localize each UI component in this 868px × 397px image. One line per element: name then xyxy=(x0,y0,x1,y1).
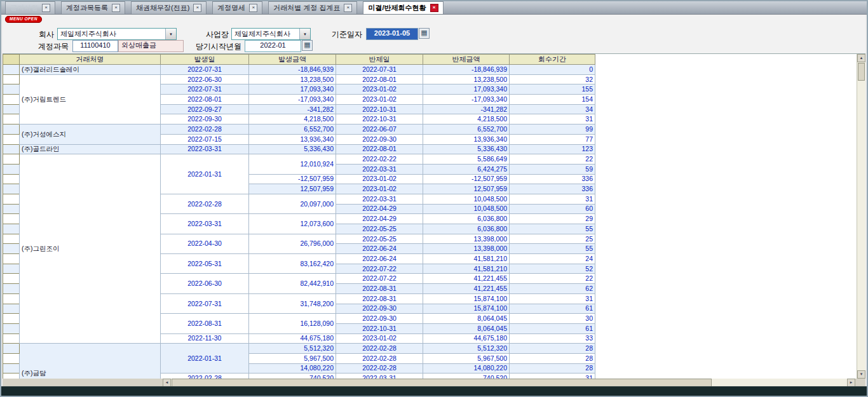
occur-amount-cell[interactable]: -17,093,340 xyxy=(249,95,336,105)
settle-date-cell[interactable]: 2022-07-22 xyxy=(336,274,423,284)
row-selector[interactable] xyxy=(3,65,20,75)
settle-amount-cell[interactable]: 5,586,649 xyxy=(423,154,510,165)
collection-days-cell[interactable]: 77 xyxy=(510,134,595,144)
collection-days-cell[interactable]: 336 xyxy=(510,184,595,194)
company-select[interactable]: 제일제지주식회사 ▼ xyxy=(57,28,177,40)
customer-cell[interactable]: (주)골드라인 xyxy=(20,144,161,154)
settle-amount-cell[interactable]: 6,036,800 xyxy=(423,224,510,234)
collection-days-cell[interactable]: 60 xyxy=(510,204,595,214)
row-selector[interactable] xyxy=(3,244,20,254)
row-selector[interactable] xyxy=(3,234,20,244)
settle-amount-cell[interactable]: 5,967,500 xyxy=(423,353,510,363)
tab-6[interactable]: 미결/반제회수현황× xyxy=(363,1,443,14)
occur-date-cell[interactable]: 2022-07-31 xyxy=(161,84,249,95)
vertical-scroll-thumb[interactable] xyxy=(858,63,865,81)
collection-days-cell[interactable]: 28 xyxy=(510,344,595,354)
account-code-input[interactable]: 11100410 xyxy=(72,40,118,52)
settle-date-cell[interactable]: 2022-10-31 xyxy=(336,104,423,114)
tab-close-icon[interactable]: × xyxy=(344,4,352,12)
collection-days-cell[interactable]: 99 xyxy=(510,124,595,135)
occur-amount-cell[interactable]: 82,442,910 xyxy=(249,274,336,293)
column-header[interactable]: 거래처명 xyxy=(20,55,161,65)
settle-date-cell[interactable]: 2022-02-28 xyxy=(336,353,423,363)
settle-amount-cell[interactable]: 15,874,100 xyxy=(423,304,510,314)
column-header[interactable]: 회수기간 xyxy=(510,55,595,65)
occur-date-cell[interactable]: 2022-07-15 xyxy=(161,134,249,144)
settle-amount-cell[interactable]: 41,581,210 xyxy=(423,264,510,274)
occur-amount-cell[interactable]: 5,336,430 xyxy=(249,144,336,154)
occur-date-cell[interactable]: 2022-09-27 xyxy=(161,104,249,114)
collection-days-cell[interactable]: 25 xyxy=(510,234,595,244)
row-selector[interactable] xyxy=(3,154,20,165)
tab-5[interactable]: 거래처별 계정 집계표× xyxy=(268,1,357,14)
settle-date-cell[interactable]: 2022-06-24 xyxy=(336,244,423,254)
settle-date-cell[interactable]: 2022-04-29 xyxy=(336,214,423,224)
tab-close-icon[interactable]: × xyxy=(112,4,120,12)
row-selector[interactable] xyxy=(3,314,20,324)
row-selector[interactable] xyxy=(3,293,20,304)
row-selector[interactable] xyxy=(3,323,20,333)
column-header[interactable]: 발생금액 xyxy=(249,55,336,65)
customer-cell[interactable]: (주)갤러리드솔레이 xyxy=(20,65,161,75)
occur-date-cell[interactable]: 2022-01-31 xyxy=(161,154,249,194)
settle-date-cell[interactable]: 2023-01-02 xyxy=(336,333,423,344)
tab-close-icon[interactable]: × xyxy=(249,4,257,12)
collection-days-cell[interactable]: 154 xyxy=(510,95,595,105)
settle-date-cell[interactable]: 2022-02-28 xyxy=(336,363,423,373)
occur-date-cell[interactable]: 2022-01-31 xyxy=(161,344,249,373)
settle-amount-cell[interactable]: 4,218,500 xyxy=(423,114,510,124)
collection-days-cell[interactable]: 28 xyxy=(510,363,595,373)
occur-amount-cell[interactable]: 740,520 xyxy=(249,373,336,379)
settle-date-cell[interactable]: 2022-02-22 xyxy=(336,154,423,165)
settle-amount-cell[interactable]: 8,064,045 xyxy=(423,314,510,324)
settle-amount-cell[interactable]: 6,552,700 xyxy=(423,124,510,135)
row-selector[interactable] xyxy=(3,353,20,363)
settle-date-cell[interactable]: 2022-10-31 xyxy=(336,114,423,124)
occur-amount-cell[interactable]: 5,967,500 xyxy=(249,353,336,363)
row-selector[interactable] xyxy=(3,74,20,84)
tab-close-icon[interactable]: × xyxy=(430,4,438,12)
collection-days-cell[interactable]: 52 xyxy=(510,264,595,274)
occur-amount-cell[interactable]: 12,073,600 xyxy=(249,214,336,234)
settle-amount-cell[interactable]: -12,507,959 xyxy=(423,174,510,184)
row-selector[interactable] xyxy=(3,95,20,105)
settle-amount-cell[interactable]: -341,282 xyxy=(423,104,510,114)
row-selector[interactable] xyxy=(3,274,20,284)
tab-1[interactable]: 공지사항× xyxy=(5,1,55,14)
settle-date-cell[interactable]: 2023-01-02 xyxy=(336,84,423,95)
scroll-up-icon[interactable]: ▲ xyxy=(857,54,865,62)
occur-date-cell[interactable]: 2022-08-01 xyxy=(161,95,249,105)
row-selector[interactable] xyxy=(3,284,20,294)
row-selector[interactable] xyxy=(3,134,20,144)
customer-cell[interactable]: (주)거성에스지 xyxy=(20,124,161,144)
customer-cell[interactable]: (주)그린조이 xyxy=(20,154,161,344)
chevron-down-icon[interactable]: ▼ xyxy=(165,29,176,39)
row-selector[interactable] xyxy=(3,84,20,95)
settle-amount-cell[interactable]: 17,093,340 xyxy=(423,84,510,95)
row-selector[interactable] xyxy=(3,363,20,373)
settle-date-cell[interactable]: 2022-03-31 xyxy=(336,164,423,174)
settle-amount-cell[interactable]: 41,221,455 xyxy=(423,284,510,294)
row-selector[interactable] xyxy=(3,373,20,379)
customer-cell[interactable]: (주)거림트렌드 xyxy=(20,74,161,124)
settle-amount-cell[interactable]: -17,093,340 xyxy=(423,95,510,105)
occur-amount-cell[interactable]: -12,507,959 xyxy=(249,174,336,184)
settle-date-cell[interactable]: 2022-06-24 xyxy=(336,254,423,264)
settle-amount-cell[interactable]: 6,036,800 xyxy=(423,214,510,224)
occur-amount-cell[interactable]: -18,846,939 xyxy=(249,65,336,75)
occur-date-cell[interactable]: 2022-02-28 xyxy=(161,194,249,213)
row-selector[interactable] xyxy=(3,104,20,114)
collection-days-cell[interactable]: 61 xyxy=(510,323,595,333)
occur-date-cell[interactable]: 2022-03-31 xyxy=(161,214,249,234)
chevron-down-icon[interactable]: ▼ xyxy=(299,29,310,39)
occur-amount-cell[interactable]: 31,748,200 xyxy=(249,293,336,313)
occur-date-cell[interactable]: 2022-07-31 xyxy=(161,293,249,313)
settle-amount-cell[interactable]: -18,846,939 xyxy=(423,65,510,75)
row-selector[interactable] xyxy=(3,254,20,264)
collection-days-cell[interactable]: 24 xyxy=(510,254,595,264)
collection-days-cell[interactable]: 29 xyxy=(510,214,595,224)
collection-days-cell[interactable]: 30 xyxy=(510,314,595,324)
tab-2[interactable]: 계정과목등록× xyxy=(61,1,125,14)
settle-amount-cell[interactable]: 13,398,000 xyxy=(423,244,510,254)
settle-date-cell[interactable]: 2022-03-31 xyxy=(336,194,423,204)
